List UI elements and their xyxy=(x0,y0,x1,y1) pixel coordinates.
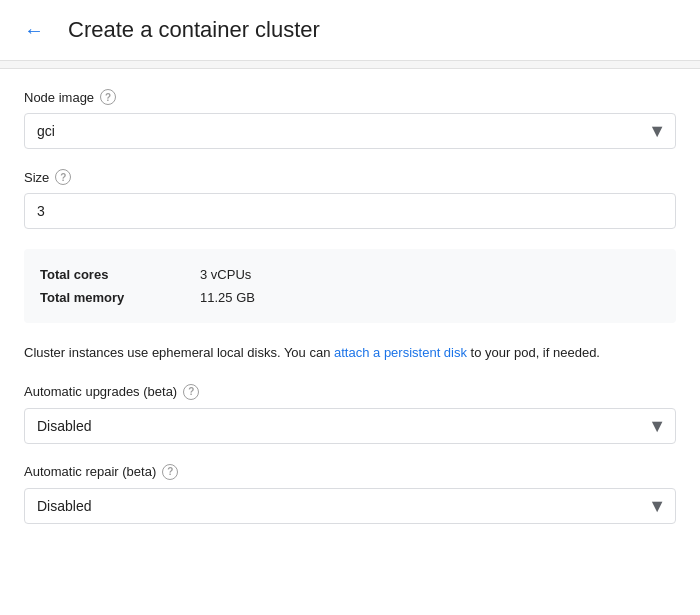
total-memory-row: Total memory 11.25 GB xyxy=(40,286,660,309)
disk-description: Cluster instances use ephemeral local di… xyxy=(24,343,676,364)
back-button[interactable]: ← xyxy=(16,12,52,48)
node-image-help-icon[interactable]: ? xyxy=(100,89,116,105)
page-header: ← Create a container cluster xyxy=(0,0,700,61)
persistent-disk-link[interactable]: attach a persistent disk xyxy=(334,345,467,360)
automatic-upgrades-field-group: Automatic upgrades (beta) ? Disabled Ena… xyxy=(24,384,676,444)
cluster-info-table: Total cores 3 vCPUs Total memory 11.25 G… xyxy=(24,249,676,323)
total-cores-row: Total cores 3 vCPUs xyxy=(40,263,660,286)
automatic-repair-help-icon[interactable]: ? xyxy=(162,464,178,480)
size-field-group: Size ? xyxy=(24,169,676,229)
scroll-indicator xyxy=(0,61,700,69)
page-title: Create a container cluster xyxy=(68,17,320,43)
total-memory-value: 11.25 GB xyxy=(200,290,255,305)
automatic-upgrades-select-wrapper: Disabled Enabled ▼ xyxy=(24,408,676,444)
automatic-upgrades-help-icon[interactable]: ? xyxy=(183,384,199,400)
node-image-select[interactable]: gci cos ubuntu xyxy=(24,113,676,149)
back-arrow-icon: ← xyxy=(24,20,44,40)
description-text-after: to your pod, if needed. xyxy=(467,345,600,360)
automatic-repair-select-wrapper: Disabled Enabled ▼ xyxy=(24,488,676,524)
automatic-upgrades-label-text: Automatic upgrades (beta) xyxy=(24,384,177,399)
automatic-repair-select[interactable]: Disabled Enabled xyxy=(24,488,676,524)
size-label-text: Size xyxy=(24,170,49,185)
node-image-section: Node image ? gci cos ubuntu ▼ Size ? xyxy=(24,89,676,524)
size-label: Size ? xyxy=(24,169,676,185)
total-cores-label: Total cores xyxy=(40,267,200,282)
size-input[interactable] xyxy=(24,193,676,229)
total-cores-value: 3 vCPUs xyxy=(200,267,251,282)
automatic-upgrades-select[interactable]: Disabled Enabled xyxy=(24,408,676,444)
automatic-upgrades-label: Automatic upgrades (beta) ? xyxy=(24,384,676,400)
description-text-before: Cluster instances use ephemeral local di… xyxy=(24,345,334,360)
automatic-repair-label-text: Automatic repair (beta) xyxy=(24,464,156,479)
node-image-label: Node image ? xyxy=(24,89,676,105)
automatic-repair-label: Automatic repair (beta) ? xyxy=(24,464,676,480)
total-memory-label: Total memory xyxy=(40,290,200,305)
node-image-field-group: Node image ? gci cos ubuntu ▼ xyxy=(24,89,676,149)
main-content: Node image ? gci cos ubuntu ▼ Size ? xyxy=(0,89,700,568)
node-image-label-text: Node image xyxy=(24,90,94,105)
automatic-repair-field-group: Automatic repair (beta) ? Disabled Enabl… xyxy=(24,464,676,524)
node-image-select-wrapper: gci cos ubuntu ▼ xyxy=(24,113,676,149)
size-help-icon[interactable]: ? xyxy=(55,169,71,185)
